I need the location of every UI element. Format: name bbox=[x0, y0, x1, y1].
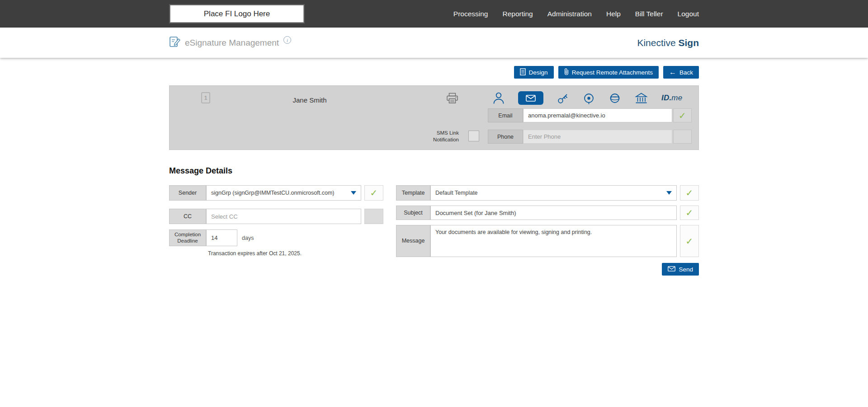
page-title: eSignature Management bbox=[185, 38, 279, 48]
chevron-down-icon bbox=[351, 191, 356, 195]
subject-valid-cell: ✓ bbox=[680, 206, 699, 220]
back-arrow-icon: ← bbox=[669, 69, 676, 76]
key-auth-icon[interactable] bbox=[557, 92, 569, 104]
top-nav: Processing Reporting Administration Help… bbox=[453, 10, 699, 18]
fi-logo-text: Place FI Logo Here bbox=[204, 9, 270, 19]
nav-reporting[interactable]: Reporting bbox=[503, 10, 533, 18]
design-document-icon bbox=[520, 68, 526, 77]
delivery-method-icons: ID.me bbox=[493, 90, 682, 106]
nav-user-bill-teller[interactable]: Bill Teller bbox=[635, 10, 663, 18]
send-button[interactable]: Send bbox=[662, 263, 699, 276]
sender-dropdown[interactable]: signGrp (signGrp@IMMTestCU.onmicrosoft.c… bbox=[206, 185, 361, 201]
back-button[interactable]: ← Back bbox=[663, 66, 699, 79]
sender-valid-cell: ✓ bbox=[364, 185, 383, 201]
sender-value: signGrp (signGrp@IMMTestCU.onmicrosoft.c… bbox=[211, 190, 334, 196]
completion-deadline-input[interactable] bbox=[206, 229, 237, 246]
email-row: Email ✓ bbox=[488, 108, 692, 122]
phone-input[interactable] bbox=[523, 130, 672, 144]
template-valid-check-icon: ✓ bbox=[686, 188, 693, 197]
message-details-heading: Message Details bbox=[169, 166, 699, 176]
cc-row: CC bbox=[169, 209, 383, 224]
message-valid-cell: ✓ bbox=[680, 225, 699, 257]
nav-processing[interactable]: Processing bbox=[453, 10, 488, 18]
template-valid-cell: ✓ bbox=[680, 185, 699, 201]
phone-row: Phone bbox=[488, 130, 692, 144]
email-input[interactable] bbox=[523, 108, 672, 122]
message-label: Message bbox=[396, 225, 430, 257]
expiration-note: Transaction expires after Oct 21, 2025. bbox=[208, 250, 383, 257]
email-valid-cell: ✓ bbox=[673, 108, 692, 122]
cc-valid-cell bbox=[364, 209, 383, 224]
action-toolbar: Design Request Remote Attachments ← Back bbox=[169, 66, 699, 79]
sms-link-notification-label: SMS Link Notification bbox=[396, 130, 459, 143]
template-row: Template Default Template ✓ bbox=[396, 185, 699, 201]
sender-valid-check-icon: ✓ bbox=[370, 188, 378, 197]
sender-row: Sender signGrp (signGrp@IMMTestCU.onmicr… bbox=[169, 185, 383, 201]
send-button-label: Send bbox=[679, 266, 693, 273]
app-header: eSignature Management i Kinective Sign bbox=[0, 28, 868, 58]
nav-help[interactable]: Help bbox=[606, 10, 621, 18]
sender-label: Sender bbox=[169, 185, 206, 201]
fi-logo-placeholder: Place FI Logo Here bbox=[169, 4, 305, 23]
send-envelope-icon bbox=[668, 266, 675, 273]
subject-label: Subject bbox=[396, 206, 430, 220]
message-valid-check-icon: ✓ bbox=[686, 237, 693, 246]
template-value: Default Template bbox=[435, 190, 478, 196]
deadline-unit-label: days bbox=[242, 235, 254, 241]
cc-label: CC bbox=[169, 209, 206, 224]
request-remote-attachments-button[interactable]: Request Remote Attachments bbox=[558, 66, 659, 79]
in-person-delivery-icon[interactable] bbox=[493, 92, 505, 104]
completion-deadline-label: Completion Deadline bbox=[169, 229, 206, 246]
design-button[interactable]: Design bbox=[514, 66, 554, 79]
template-label: Template bbox=[396, 185, 430, 201]
esignature-document-icon bbox=[169, 36, 180, 50]
phone-valid-cell bbox=[673, 130, 692, 144]
kinective-sign-logo: Kinective Sign bbox=[637, 37, 699, 48]
recipient-name: Jane Smith bbox=[271, 96, 348, 104]
cc-input[interactable] bbox=[206, 209, 361, 224]
message-row: Message Your documents are available for… bbox=[396, 225, 699, 257]
print-icon[interactable] bbox=[446, 93, 458, 106]
design-button-label: Design bbox=[529, 69, 548, 76]
subject-valid-check-icon: ✓ bbox=[686, 208, 693, 217]
brand-name: Kinective bbox=[637, 37, 675, 48]
idme-label-light: me bbox=[671, 94, 682, 103]
brand-product: Sign bbox=[679, 37, 699, 48]
bank-branch-icon[interactable] bbox=[635, 92, 648, 104]
completion-deadline-row: Completion Deadline days bbox=[169, 229, 383, 246]
document-count-badge: 1 bbox=[201, 92, 210, 103]
sms-link-notification-checkbox[interactable] bbox=[468, 131, 479, 141]
info-icon[interactable]: i bbox=[283, 36, 291, 44]
chevron-down-icon bbox=[666, 191, 672, 195]
email-delivery-icon[interactable] bbox=[518, 91, 543, 105]
nav-administration[interactable]: Administration bbox=[547, 10, 592, 18]
message-textarea[interactable]: Your documents are available for viewing… bbox=[430, 225, 677, 257]
main-content: Design Request Remote Attachments ← Back… bbox=[169, 66, 699, 276]
request-remote-attachments-label: Request Remote Attachments bbox=[572, 69, 653, 76]
template-dropdown[interactable]: Default Template bbox=[430, 185, 677, 201]
top-navigation-bar: Place FI Logo Here Processing Reporting … bbox=[0, 0, 868, 28]
paperclip-icon bbox=[564, 68, 569, 77]
idme-label-bold: ID. bbox=[661, 94, 671, 103]
recipient-panel: 1 Jane Smith bbox=[169, 85, 699, 150]
subject-input[interactable] bbox=[430, 206, 677, 220]
idme-icon[interactable]: ID.me bbox=[661, 94, 682, 103]
message-details-form: Sender signGrp (signGrp@IMMTestCU.onmicr… bbox=[169, 185, 699, 276]
nav-logout[interactable]: Logout bbox=[678, 10, 699, 18]
subject-row: Subject ✓ bbox=[396, 206, 699, 220]
email-valid-check-icon: ✓ bbox=[679, 111, 686, 120]
phone-label: Phone bbox=[488, 130, 523, 144]
back-button-label: Back bbox=[679, 69, 693, 76]
globe-delivery-icon[interactable] bbox=[609, 92, 621, 104]
location-auth-icon[interactable] bbox=[583, 92, 595, 104]
email-label: Email bbox=[488, 108, 523, 122]
